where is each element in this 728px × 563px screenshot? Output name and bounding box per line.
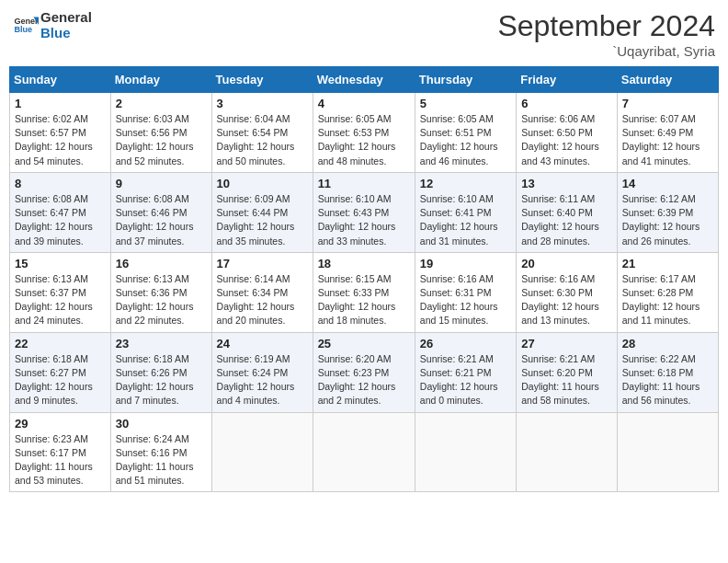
day-number: 27 <box>521 337 612 350</box>
day-info: Sunrise: 6:15 AM Sunset: 6:33 PM Dayligh… <box>318 272 410 328</box>
day-cell: 15Sunrise: 6:13 AM Sunset: 6:37 PM Dayli… <box>10 252 111 332</box>
day-cell: 2Sunrise: 6:03 AM Sunset: 6:56 PM Daylig… <box>110 93 211 173</box>
day-cell: 11Sunrise: 6:10 AM Sunset: 6:43 PM Dayli… <box>313 172 415 252</box>
day-number: 3 <box>217 97 308 110</box>
day-info: Sunrise: 6:08 AM Sunset: 6:46 PM Dayligh… <box>116 192 207 248</box>
day-cell: 24Sunrise: 6:19 AM Sunset: 6:24 PM Dayli… <box>211 332 313 412</box>
day-info: Sunrise: 6:21 AM Sunset: 6:20 PM Dayligh… <box>521 352 612 408</box>
day-cell: 27Sunrise: 6:21 AM Sunset: 6:20 PM Dayli… <box>517 332 618 412</box>
day-number: 24 <box>217 337 308 350</box>
day-cell <box>517 412 618 492</box>
day-cell <box>313 412 415 492</box>
day-info: Sunrise: 6:05 AM Sunset: 6:51 PM Dayligh… <box>420 112 511 168</box>
day-info: Sunrise: 6:17 AM Sunset: 6:28 PM Dayligh… <box>622 272 713 328</box>
day-info: Sunrise: 6:10 AM Sunset: 6:43 PM Dayligh… <box>318 192 410 248</box>
day-cell: 28Sunrise: 6:22 AM Sunset: 6:18 PM Dayli… <box>617 332 718 412</box>
day-info: Sunrise: 6:02 AM Sunset: 6:57 PM Dayligh… <box>15 112 106 168</box>
day-number: 14 <box>622 177 713 190</box>
day-number: 16 <box>116 257 207 270</box>
day-cell: 29Sunrise: 6:23 AM Sunset: 6:17 PM Dayli… <box>10 412 111 492</box>
day-cell: 8Sunrise: 6:08 AM Sunset: 6:47 PM Daylig… <box>10 172 111 252</box>
header-cell-thursday: Thursday <box>415 67 516 93</box>
day-info: Sunrise: 6:11 AM Sunset: 6:40 PM Dayligh… <box>521 192 612 248</box>
day-info: Sunrise: 6:21 AM Sunset: 6:21 PM Dayligh… <box>420 352 511 408</box>
day-info: Sunrise: 6:22 AM Sunset: 6:18 PM Dayligh… <box>622 352 713 408</box>
day-number: 8 <box>15 177 106 190</box>
header-cell-friday: Friday <box>517 67 618 93</box>
day-cell: 19Sunrise: 6:16 AM Sunset: 6:31 PM Dayli… <box>415 252 516 332</box>
month-title: September 2024 <box>497 9 715 43</box>
day-info: Sunrise: 6:14 AM Sunset: 6:34 PM Dayligh… <box>217 272 308 328</box>
day-info: Sunrise: 6:13 AM Sunset: 6:37 PM Dayligh… <box>15 272 106 328</box>
day-cell: 10Sunrise: 6:09 AM Sunset: 6:44 PM Dayli… <box>211 172 313 252</box>
day-number: 6 <box>521 97 612 110</box>
day-info: Sunrise: 6:24 AM Sunset: 6:16 PM Dayligh… <box>116 432 207 488</box>
week-row: 29Sunrise: 6:23 AM Sunset: 6:17 PM Dayli… <box>10 412 719 492</box>
day-info: Sunrise: 6:10 AM Sunset: 6:41 PM Dayligh… <box>420 192 511 248</box>
day-number: 11 <box>318 177 410 190</box>
day-number: 30 <box>116 417 207 431</box>
day-info: Sunrise: 6:19 AM Sunset: 6:24 PM Dayligh… <box>217 352 308 408</box>
day-info: Sunrise: 6:07 AM Sunset: 6:49 PM Dayligh… <box>622 112 713 168</box>
day-number: 21 <box>622 257 713 270</box>
day-cell: 4Sunrise: 6:05 AM Sunset: 6:53 PM Daylig… <box>313 93 415 173</box>
day-cell: 5Sunrise: 6:05 AM Sunset: 6:51 PM Daylig… <box>415 93 516 173</box>
day-cell: 18Sunrise: 6:15 AM Sunset: 6:33 PM Dayli… <box>313 252 415 332</box>
week-row: 15Sunrise: 6:13 AM Sunset: 6:37 PM Dayli… <box>10 252 719 332</box>
header-cell-wednesday: Wednesday <box>313 67 415 93</box>
day-cell <box>211 412 313 492</box>
day-cell: 26Sunrise: 6:21 AM Sunset: 6:21 PM Dayli… <box>415 332 516 412</box>
title-block: September 2024 `Uqayribat, Syria <box>497 9 715 59</box>
day-cell: 1Sunrise: 6:02 AM Sunset: 6:57 PM Daylig… <box>10 93 111 173</box>
day-cell: 17Sunrise: 6:14 AM Sunset: 6:34 PM Dayli… <box>211 252 313 332</box>
day-info: Sunrise: 6:04 AM Sunset: 6:54 PM Dayligh… <box>217 112 308 168</box>
day-cell: 12Sunrise: 6:10 AM Sunset: 6:41 PM Dayli… <box>415 172 516 252</box>
day-info: Sunrise: 6:18 AM Sunset: 6:26 PM Dayligh… <box>116 352 207 408</box>
day-cell: 14Sunrise: 6:12 AM Sunset: 6:39 PM Dayli… <box>617 172 718 252</box>
day-cell: 13Sunrise: 6:11 AM Sunset: 6:40 PM Dayli… <box>517 172 618 252</box>
day-number: 26 <box>420 337 511 350</box>
week-row: 1Sunrise: 6:02 AM Sunset: 6:57 PM Daylig… <box>10 93 719 173</box>
week-row: 8Sunrise: 6:08 AM Sunset: 6:47 PM Daylig… <box>10 172 719 252</box>
header-cell-tuesday: Tuesday <box>211 67 313 93</box>
day-cell: 25Sunrise: 6:20 AM Sunset: 6:23 PM Dayli… <box>313 332 415 412</box>
header-cell-monday: Monday <box>110 67 211 93</box>
week-row: 22Sunrise: 6:18 AM Sunset: 6:27 PM Dayli… <box>10 332 719 412</box>
day-number: 17 <box>217 257 308 270</box>
day-number: 29 <box>15 417 106 431</box>
day-info: Sunrise: 6:12 AM Sunset: 6:39 PM Dayligh… <box>622 192 713 248</box>
day-number: 12 <box>420 177 511 190</box>
logo-line2: Blue <box>40 25 92 40</box>
day-number: 19 <box>420 257 511 270</box>
day-cell <box>415 412 516 492</box>
day-number: 1 <box>15 97 106 110</box>
day-info: Sunrise: 6:16 AM Sunset: 6:31 PM Dayligh… <box>420 272 511 328</box>
day-number: 13 <box>521 177 612 190</box>
day-info: Sunrise: 6:13 AM Sunset: 6:36 PM Dayligh… <box>116 272 207 328</box>
day-cell: 22Sunrise: 6:18 AM Sunset: 6:27 PM Dayli… <box>10 332 111 412</box>
day-info: Sunrise: 6:23 AM Sunset: 6:17 PM Dayligh… <box>15 432 106 488</box>
header-cell-sunday: Sunday <box>10 67 111 93</box>
day-cell: 16Sunrise: 6:13 AM Sunset: 6:36 PM Dayli… <box>110 252 211 332</box>
logo-icon: General Blue <box>13 12 39 38</box>
day-number: 7 <box>622 97 713 110</box>
day-number: 22 <box>15 337 106 350</box>
day-number: 5 <box>420 97 511 110</box>
day-number: 9 <box>116 177 207 190</box>
day-cell: 21Sunrise: 6:17 AM Sunset: 6:28 PM Dayli… <box>617 252 718 332</box>
day-cell: 3Sunrise: 6:04 AM Sunset: 6:54 PM Daylig… <box>211 93 313 173</box>
day-info: Sunrise: 6:20 AM Sunset: 6:23 PM Dayligh… <box>318 352 410 408</box>
header-row: SundayMondayTuesdayWednesdayThursdayFrid… <box>10 67 719 93</box>
day-info: Sunrise: 6:18 AM Sunset: 6:27 PM Dayligh… <box>15 352 106 408</box>
day-cell: 6Sunrise: 6:06 AM Sunset: 6:50 PM Daylig… <box>517 93 618 173</box>
logo: General Blue General Blue <box>13 9 92 41</box>
svg-text:Blue: Blue <box>14 26 32 35</box>
day-number: 28 <box>622 337 713 350</box>
day-number: 15 <box>15 257 106 270</box>
day-number: 23 <box>116 337 207 350</box>
day-info: Sunrise: 6:16 AM Sunset: 6:30 PM Dayligh… <box>521 272 612 328</box>
calendar-table: SundayMondayTuesdayWednesdayThursdayFrid… <box>9 66 719 492</box>
day-info: Sunrise: 6:09 AM Sunset: 6:44 PM Dayligh… <box>217 192 308 248</box>
day-number: 18 <box>318 257 410 270</box>
day-info: Sunrise: 6:03 AM Sunset: 6:56 PM Dayligh… <box>116 112 207 168</box>
